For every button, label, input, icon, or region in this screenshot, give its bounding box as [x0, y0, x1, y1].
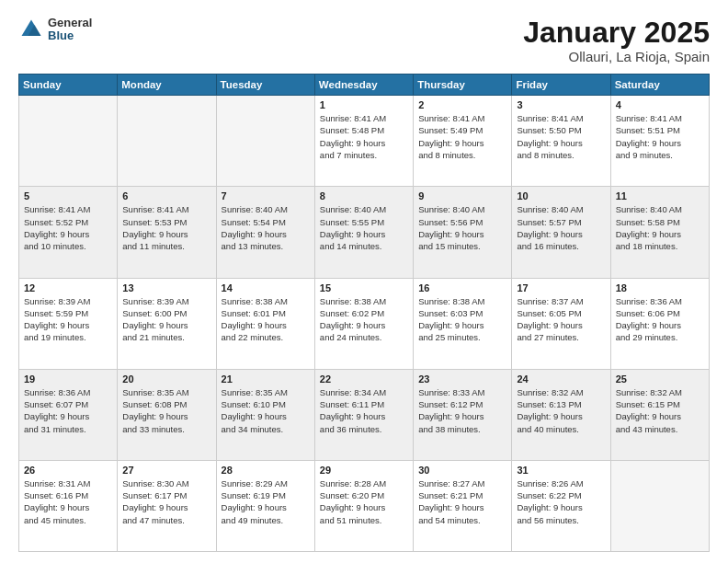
calendar-week-2: 12Sunrise: 8:39 AMSunset: 5:59 PMDayligh…: [19, 278, 710, 369]
calendar-week-0: 1Sunrise: 8:41 AMSunset: 5:48 PMDaylight…: [19, 96, 710, 187]
calendar-cell: [610, 460, 709, 551]
day-info: Sunrise: 8:38 AMSunset: 6:03 PMDaylight:…: [418, 295, 506, 344]
day-info: Sunrise: 8:39 AMSunset: 6:00 PMDaylight:…: [122, 295, 210, 344]
calendar-cell: 14Sunrise: 8:38 AMSunset: 6:01 PMDayligh…: [216, 278, 314, 369]
day-number: 13: [122, 282, 210, 293]
calendar-cell: 7Sunrise: 8:40 AMSunset: 5:54 PMDaylight…: [216, 187, 314, 278]
day-number: 11: [616, 190, 704, 201]
calendar-cell: 23Sunrise: 8:33 AMSunset: 6:12 PMDayligh…: [414, 369, 512, 460]
day-number: 22: [320, 373, 408, 385]
calendar-cell: 6Sunrise: 8:41 AMSunset: 5:53 PMDaylight…: [118, 187, 216, 278]
calendar-cell: [118, 96, 216, 187]
calendar-cell: 10Sunrise: 8:40 AMSunset: 5:57 PMDayligh…: [512, 187, 610, 278]
day-info: Sunrise: 8:36 AMSunset: 6:07 PMDaylight:…: [24, 386, 112, 435]
calendar-cell: 8Sunrise: 8:40 AMSunset: 5:55 PMDaylight…: [314, 187, 413, 278]
day-number: 15: [320, 282, 408, 293]
day-number: 21: [222, 373, 310, 385]
day-info: Sunrise: 8:38 AMSunset: 6:01 PMDaylight:…: [222, 295, 310, 344]
day-info: Sunrise: 8:27 AMSunset: 6:21 PMDaylight:…: [418, 477, 506, 526]
day-number: 31: [517, 465, 605, 476]
calendar-cell: 31Sunrise: 8:26 AMSunset: 6:22 PMDayligh…: [512, 460, 610, 551]
day-number: 18: [616, 282, 704, 293]
day-info: Sunrise: 8:40 AMSunset: 5:54 PMDaylight:…: [222, 203, 310, 252]
day-number: 26: [24, 465, 112, 476]
day-number: 12: [24, 282, 112, 293]
weekday-header-wednesday: Wednesday: [314, 75, 413, 96]
day-number: 29: [320, 465, 408, 476]
calendar-cell: 20Sunrise: 8:35 AMSunset: 6:08 PMDayligh…: [118, 369, 216, 460]
day-info: Sunrise: 8:29 AMSunset: 6:19 PMDaylight:…: [222, 477, 310, 526]
day-info: Sunrise: 8:40 AMSunset: 5:57 PMDaylight:…: [517, 203, 605, 252]
logo: General Blue: [18, 17, 92, 43]
day-number: 14: [222, 282, 310, 293]
calendar-cell: 24Sunrise: 8:32 AMSunset: 6:13 PMDayligh…: [512, 369, 610, 460]
day-number: 27: [122, 465, 210, 476]
calendar-cell: 3Sunrise: 8:41 AMSunset: 5:50 PMDaylight…: [512, 96, 610, 187]
title-block: January 2025 Ollauri, La Rioja, Spain: [523, 17, 710, 64]
day-info: Sunrise: 8:28 AMSunset: 6:20 PMDaylight:…: [320, 477, 408, 526]
calendar-cell: 27Sunrise: 8:30 AMSunset: 6:17 PMDayligh…: [118, 460, 216, 551]
day-info: Sunrise: 8:32 AMSunset: 6:13 PMDaylight:…: [517, 386, 605, 435]
calendar-cell: 4Sunrise: 8:41 AMSunset: 5:51 PMDaylight…: [610, 96, 709, 187]
weekday-header-sunday: Sunday: [19, 75, 118, 96]
calendar-cell: 15Sunrise: 8:38 AMSunset: 6:02 PMDayligh…: [314, 278, 413, 369]
day-info: Sunrise: 8:41 AMSunset: 5:51 PMDaylight:…: [616, 112, 704, 161]
calendar-cell: 29Sunrise: 8:28 AMSunset: 6:20 PMDayligh…: [314, 460, 413, 551]
page: General Blue January 2025 Ollauri, La Ri…: [0, 0, 728, 563]
day-info: Sunrise: 8:36 AMSunset: 6:06 PMDaylight:…: [616, 295, 704, 344]
day-info: Sunrise: 8:37 AMSunset: 6:05 PMDaylight:…: [517, 295, 605, 344]
calendar-cell: 16Sunrise: 8:38 AMSunset: 6:03 PMDayligh…: [414, 278, 512, 369]
calendar-cell: 18Sunrise: 8:36 AMSunset: 6:06 PMDayligh…: [610, 278, 709, 369]
day-info: Sunrise: 8:32 AMSunset: 6:15 PMDaylight:…: [616, 386, 704, 435]
day-number: 5: [24, 190, 112, 201]
logo-blue: Blue: [48, 29, 92, 42]
day-number: 30: [418, 465, 506, 476]
day-number: 2: [418, 99, 506, 110]
day-info: Sunrise: 8:31 AMSunset: 6:16 PMDaylight:…: [24, 477, 112, 526]
calendar-table: SundayMondayTuesdayWednesdayThursdayFrid…: [18, 74, 710, 552]
day-number: 24: [517, 373, 605, 385]
day-number: 23: [418, 373, 506, 385]
day-info: Sunrise: 8:41 AMSunset: 5:48 PMDaylight:…: [320, 112, 408, 161]
logo-icon: [18, 17, 44, 42]
day-info: Sunrise: 8:30 AMSunset: 6:17 PMDaylight:…: [122, 477, 210, 526]
day-info: Sunrise: 8:40 AMSunset: 5:56 PMDaylight:…: [418, 203, 506, 252]
day-number: 7: [222, 190, 310, 201]
day-info: Sunrise: 8:41 AMSunset: 5:53 PMDaylight:…: [122, 203, 210, 252]
day-info: Sunrise: 8:35 AMSunset: 6:10 PMDaylight:…: [222, 386, 310, 435]
calendar-week-3: 19Sunrise: 8:36 AMSunset: 6:07 PMDayligh…: [19, 369, 710, 460]
day-info: Sunrise: 8:35 AMSunset: 6:08 PMDaylight:…: [122, 386, 210, 435]
calendar-cell: 9Sunrise: 8:40 AMSunset: 5:56 PMDaylight…: [414, 187, 512, 278]
day-info: Sunrise: 8:41 AMSunset: 5:52 PMDaylight:…: [24, 203, 112, 252]
weekday-header-monday: Monday: [118, 75, 216, 96]
calendar-cell: 21Sunrise: 8:35 AMSunset: 6:10 PMDayligh…: [216, 369, 314, 460]
day-info: Sunrise: 8:33 AMSunset: 6:12 PMDaylight:…: [418, 386, 506, 435]
weekday-header-saturday: Saturday: [610, 75, 709, 96]
day-info: Sunrise: 8:34 AMSunset: 6:11 PMDaylight:…: [320, 386, 408, 435]
day-number: 25: [616, 373, 704, 385]
day-number: 19: [24, 373, 112, 385]
day-info: Sunrise: 8:26 AMSunset: 6:22 PMDaylight:…: [517, 477, 605, 526]
day-number: 20: [122, 373, 210, 385]
calendar-week-1: 5Sunrise: 8:41 AMSunset: 5:52 PMDaylight…: [19, 187, 710, 278]
day-number: 10: [517, 190, 605, 201]
weekday-header-friday: Friday: [512, 75, 610, 96]
day-info: Sunrise: 8:41 AMSunset: 5:49 PMDaylight:…: [418, 112, 506, 161]
calendar-cell: [216, 96, 314, 187]
calendar-cell: 26Sunrise: 8:31 AMSunset: 6:16 PMDayligh…: [19, 460, 118, 551]
calendar-cell: 13Sunrise: 8:39 AMSunset: 6:00 PMDayligh…: [118, 278, 216, 369]
weekday-header-thursday: Thursday: [414, 75, 512, 96]
calendar-cell: 19Sunrise: 8:36 AMSunset: 6:07 PMDayligh…: [19, 369, 118, 460]
calendar-cell: 12Sunrise: 8:39 AMSunset: 5:59 PMDayligh…: [19, 278, 118, 369]
day-number: 4: [616, 99, 704, 110]
logo-text: General Blue: [48, 17, 92, 43]
calendar-cell: 30Sunrise: 8:27 AMSunset: 6:21 PMDayligh…: [414, 460, 512, 551]
day-info: Sunrise: 8:40 AMSunset: 5:58 PMDaylight:…: [616, 203, 704, 252]
day-number: 16: [418, 282, 506, 293]
day-info: Sunrise: 8:41 AMSunset: 5:50 PMDaylight:…: [517, 112, 605, 161]
day-number: 17: [517, 282, 605, 293]
day-number: 1: [320, 99, 408, 110]
day-number: 9: [418, 190, 506, 201]
day-info: Sunrise: 8:40 AMSunset: 5:55 PMDaylight:…: [320, 203, 408, 252]
day-number: 6: [122, 190, 210, 201]
